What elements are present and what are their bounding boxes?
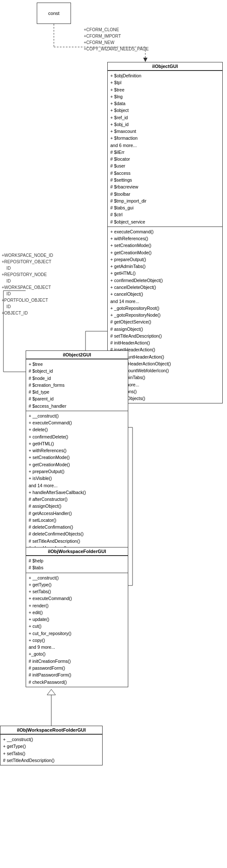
ilObjWorkspaceFolderGUI-title: ilObjWorkspaceFolderGUI — [26, 547, 128, 556]
svg-marker-14 — [47, 689, 56, 695]
ilObjWorkspaceRootFolderGUI-methods: + __construct() + getType() + setTabs() … — [0, 734, 102, 765]
ilObjWorkspaceRootFolderGUI-box: ilObjWorkspaceRootFolderGUI + __construc… — [0, 726, 103, 765]
const-label: const — [48, 11, 59, 16]
diagram-container: const +CFORM_CLONE +CFORM_IMPORT +CFORM_… — [0, 0, 227, 868]
ilObjWorkspaceRootFolderGUI-title: ilObjWorkspaceRootFolderGUI — [0, 726, 102, 734]
ilObject2GUI-box: ilObject2GUI + $tree # $object_id # $nod… — [26, 350, 128, 581]
svg-marker-3 — [143, 58, 147, 62]
workspace-constants-label: +WORKSPACE_NODE_ID +REPOSITORY_OBJECT ID… — [2, 252, 53, 316]
ilObjectGUI-title: ilObjectGUI — [108, 62, 222, 71]
ilObjectGUI-fields: + $objDefinition + $tpl + $tree + $lng +… — [108, 71, 222, 227]
ilObjWorkspaceFolderGUI-methods: + __construct() + getType() + setTabs() … — [26, 573, 128, 687]
const-box: const — [37, 3, 71, 24]
ilObjWorkspaceFolderGUI-fields: # $help # $tabs — [26, 556, 128, 573]
ilObject2GUI-fields: + $tree # $object_id # $node_id # $creat… — [26, 359, 128, 411]
ilObjWorkspaceFolderGUI-box: ilObjWorkspaceFolderGUI # $help # $tabs … — [26, 547, 128, 687]
cform-label: +CFORM_CLONE +CFORM_IMPORT +CFORM_NEW +C… — [84, 26, 149, 52]
ilObject2GUI-title: ilObject2GUI — [26, 351, 128, 359]
